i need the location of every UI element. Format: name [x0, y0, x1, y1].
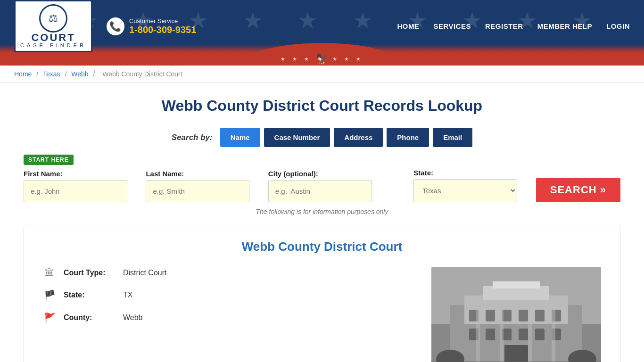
site-header: ⚖ COURT CASE FINDER 📞 Customer Service 1… — [0, 0, 644, 52]
court-type-row: 🏛 Court Type: District Court — [43, 267, 413, 278]
eagle-icon: 🦅 — [316, 53, 329, 65]
svg-rect-9 — [519, 310, 528, 321]
svg-rect-5 — [493, 281, 540, 288]
logo-text-case: CASE FINDER — [20, 43, 86, 48]
city-input[interactable] — [268, 180, 372, 202]
svg-rect-21 — [528, 300, 532, 362]
svg-rect-22 — [552, 300, 555, 362]
court-info-title: Webb County District Court — [43, 239, 601, 254]
customer-service: 📞 Customer Service 1-800-309-9351 — [107, 17, 196, 35]
court-type-value: District Court — [123, 269, 166, 277]
court-info-box: Webb County District Court 🏛 Court Type:… — [24, 225, 620, 362]
nav-member-help[interactable]: MEMBER HELP — [537, 22, 592, 30]
logo-text-court: COURT — [31, 33, 75, 43]
nav-register[interactable]: REGISTER — [485, 22, 523, 30]
logo-box: ⚖ COURT CASE FINDER — [14, 0, 92, 52]
court-details: 🏛 Court Type: District Court 🏴 State: TX… — [43, 267, 413, 362]
breadcrumb-current: Webb County District Court — [102, 70, 182, 78]
phone-icon: 📞 — [107, 17, 124, 35]
tab-case-number[interactable]: Case Number — [264, 128, 330, 147]
state-select[interactable]: Texas — [413, 179, 517, 202]
county-value: Webb — [123, 313, 143, 322]
last-name-field: Last Name: — [146, 170, 261, 202]
nav-home[interactable]: HOME — [397, 22, 419, 30]
breadcrumb-home[interactable]: Home — [14, 70, 32, 78]
svg-rect-19 — [476, 300, 480, 362]
county-row: 🚩 County: Webb — [43, 312, 413, 323]
svg-rect-15 — [519, 329, 528, 340]
last-name-label: Last Name: — [146, 170, 261, 178]
breadcrumb-sep-1: / — [36, 70, 40, 78]
eagle-area: ★ ★ ★ 🦅 ★ ★ ★ — [281, 53, 363, 65]
breadcrumb: Home / Texas / Webb / Webb County Distri… — [0, 66, 644, 83]
state-icon: 🏴 — [43, 289, 56, 301]
svg-rect-16 — [535, 329, 545, 340]
breadcrumb-texas[interactable]: Texas — [43, 70, 60, 78]
first-name-field: First Name: — [24, 170, 139, 202]
tab-address[interactable]: Address — [334, 128, 383, 147]
court-type-label: Court Type: — [64, 269, 116, 277]
court-type-icon: 🏛 — [43, 267, 56, 278]
court-image — [431, 267, 601, 362]
cs-label: Customer Service — [129, 17, 196, 25]
stars-left: ★ ★ ★ — [281, 56, 312, 62]
tab-phone[interactable]: Phone — [387, 128, 429, 147]
state-row: 🏴 State: TX — [43, 289, 413, 301]
main-nav: HOME SERVICES REGISTER MEMBER HELP LOGIN — [397, 22, 630, 30]
last-name-input[interactable] — [146, 180, 249, 202]
county-label: County: — [64, 313, 116, 322]
county-icon: 🚩 — [43, 312, 56, 323]
nav-services[interactable]: SERVICES — [433, 22, 471, 30]
first-name-label: First Name: — [24, 170, 139, 178]
cs-phone: 1-800-309-9351 — [129, 25, 196, 35]
search-form: First Name: Last Name: City (optional): … — [24, 169, 620, 202]
logo-area: ⚖ COURT CASE FINDER — [14, 0, 92, 52]
breadcrumb-webb[interactable]: Webb — [71, 70, 88, 78]
svg-rect-13 — [486, 329, 495, 340]
city-label: City (optional): — [268, 170, 407, 178]
svg-rect-10 — [535, 310, 545, 321]
start-here-badge: START HERE — [24, 155, 74, 165]
svg-rect-18 — [504, 345, 528, 362]
svg-rect-20 — [500, 300, 504, 362]
stars-right: ★ ★ ★ — [332, 56, 363, 62]
state-label-detail: State: — [64, 291, 116, 299]
search-by-label: Search by: — [172, 133, 213, 142]
breadcrumb-sep-3: / — [93, 70, 97, 78]
info-note: The following is for information purpose… — [24, 208, 620, 215]
search-button[interactable]: SEARCH » — [536, 178, 620, 202]
main-content: Webb County District Court Records Looku… — [0, 83, 644, 362]
search-by-row: Search by: Name Case Number Address Phon… — [24, 128, 620, 147]
breadcrumb-sep-2: / — [65, 70, 69, 78]
state-label: State: — [413, 169, 529, 177]
logo-icon: ⚖ — [39, 4, 67, 33]
state-value: TX — [123, 291, 132, 299]
first-name-input[interactable] — [24, 180, 127, 202]
tab-name[interactable]: Name — [220, 128, 260, 147]
page-title: Webb County District Court Records Looku… — [24, 97, 620, 115]
city-field: City (optional): — [268, 170, 407, 202]
header-banner: ★ ★ ★ 🦅 ★ ★ ★ — [0, 52, 644, 66]
state-field: State: Texas — [413, 169, 529, 202]
svg-rect-7 — [486, 310, 495, 321]
nav-login[interactable]: LOGIN — [606, 22, 630, 30]
court-info-content: 🏛 Court Type: District Court 🏴 State: TX… — [43, 267, 601, 362]
tab-email[interactable]: Email — [433, 128, 472, 147]
